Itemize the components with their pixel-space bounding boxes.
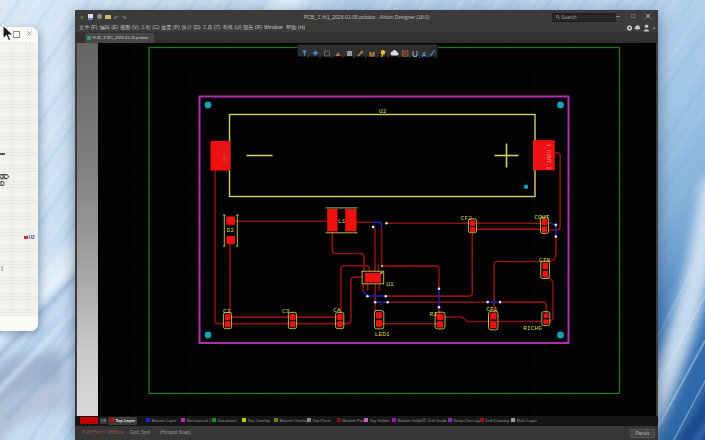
svg-text:L1: L1 (338, 217, 346, 224)
svg-text:C3: C3 (282, 308, 290, 315)
svg-text:1 COUT_2: 1 COUT_2 (545, 143, 552, 169)
svg-text:C2: C2 (223, 308, 231, 315)
svg-text:U2: U2 (379, 108, 387, 115)
svg-text:CF1: CF1 (486, 306, 497, 313)
svg-text:M: M (369, 50, 375, 57)
svg-text:LED1: LED1 (374, 331, 389, 338)
svg-text:U1: U1 (386, 281, 394, 288)
svg-text:COUT: COUT (534, 214, 549, 221)
svg-text:A: A (422, 50, 427, 57)
svg-text:R1: R1 (429, 311, 437, 318)
svg-text:CIN: CIN (539, 256, 550, 263)
svg-text:CA: CA (333, 307, 341, 314)
svg-text:RICHG: RICHG (523, 325, 542, 332)
svg-text:CF2: CF2 (460, 214, 471, 221)
svg-text:D2: D2 (226, 227, 234, 234)
svg-text:2 GND: 2 GND (221, 147, 228, 164)
